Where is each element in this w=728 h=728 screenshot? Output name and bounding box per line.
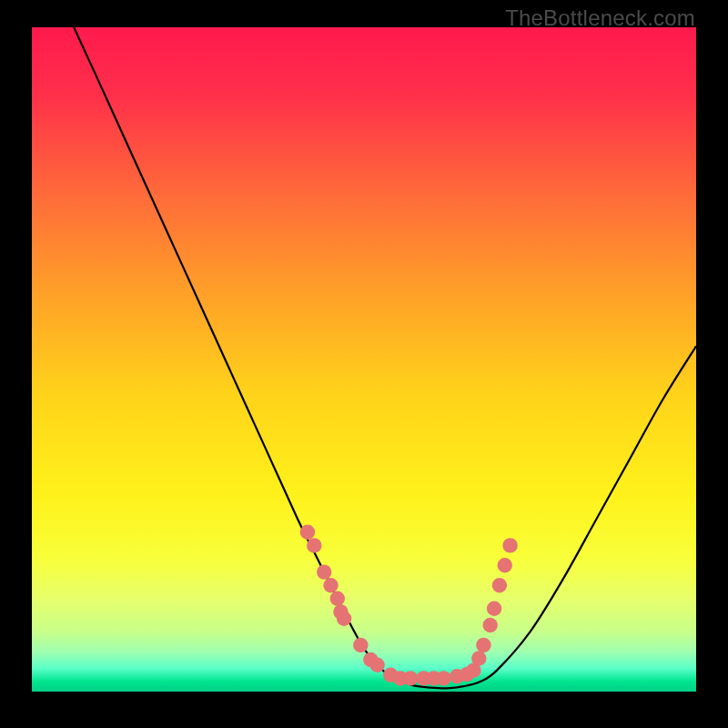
data-marker	[476, 638, 490, 652]
data-marker	[330, 592, 345, 606]
data-marker	[483, 618, 498, 632]
data-marker	[337, 612, 351, 626]
data-marker	[436, 671, 450, 685]
gradient-background	[32, 27, 696, 692]
data-marker	[369, 658, 384, 672]
data-marker	[353, 638, 368, 652]
data-marker	[300, 525, 315, 540]
plot-area	[32, 27, 696, 692]
data-marker	[492, 578, 507, 592]
chart-container: { "watermark": "TheBottleneck.com", "col…	[0, 0, 728, 728]
data-marker	[498, 558, 512, 572]
data-marker	[471, 651, 486, 665]
data-marker	[502, 538, 517, 552]
data-marker	[317, 564, 331, 579]
data-marker	[403, 671, 418, 685]
data-marker	[487, 602, 501, 616]
data-marker	[323, 578, 338, 592]
data-marker	[307, 538, 321, 552]
chart-svg	[32, 27, 696, 692]
